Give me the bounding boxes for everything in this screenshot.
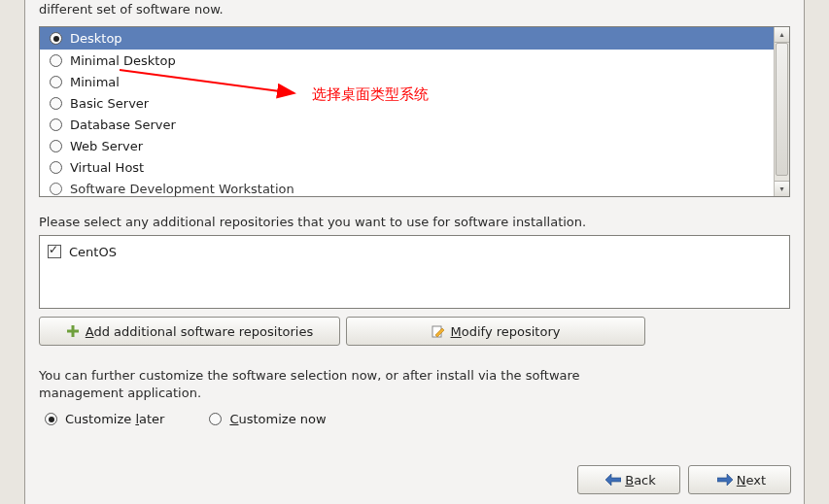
option-label: Desktop <box>70 31 122 46</box>
radio-label: Customize now <box>229 412 326 426</box>
radio-icon <box>50 140 62 152</box>
option-minimal-desktop[interactable]: Minimal Desktop <box>44 50 770 71</box>
option-label: Web Server <box>70 139 143 153</box>
customize-later-radio[interactable]: Customize later <box>39 412 164 426</box>
repo-centos[interactable]: CentOS <box>48 242 781 261</box>
option-label: Virtual Host <box>70 160 144 175</box>
customize-now-radio[interactable]: Customize now <box>203 412 326 426</box>
scroll-thumb[interactable] <box>776 43 788 176</box>
option-label: Software Development Workstation <box>70 182 294 196</box>
radio-icon <box>209 413 222 425</box>
option-web-server[interactable]: Web Server <box>44 135 770 156</box>
scroll-track[interactable] <box>775 43 789 181</box>
radio-icon <box>50 118 62 131</box>
scroll-up-icon[interactable]: ▴ <box>775 27 789 43</box>
checkbox-icon[interactable] <box>48 245 61 258</box>
radio-icon <box>50 97 62 110</box>
radio-icon <box>45 413 57 425</box>
arrow-right-icon <box>717 474 733 486</box>
plus-icon <box>66 324 80 338</box>
option-label: Database Server <box>70 118 176 132</box>
add-repo-button[interactable]: Add additional software repositories <box>39 317 340 346</box>
option-desktop[interactable]: Desktop <box>40 27 774 50</box>
radio-icon <box>50 161 62 174</box>
repo-label: CentOS <box>69 245 117 259</box>
next-button[interactable]: Next <box>688 465 791 494</box>
arrow-left-icon <box>605 474 621 486</box>
option-database-server[interactable]: Database Server <box>44 114 770 135</box>
option-software-dev-workstation[interactable]: Software Development Workstation <box>44 178 770 196</box>
radio-icon <box>50 76 62 88</box>
scroll-down-icon[interactable]: ▾ <box>775 181 789 196</box>
button-label: Back <box>625 473 656 487</box>
radio-icon <box>50 32 62 45</box>
option-virtual-host[interactable]: Virtual Host <box>44 156 770 178</box>
button-label: Modify repository <box>451 324 561 339</box>
scrollbar[interactable]: ▴ ▾ <box>774 27 789 196</box>
option-label: Minimal <box>70 75 120 89</box>
radio-icon <box>50 183 62 195</box>
option-basic-server[interactable]: Basic Server <box>44 92 770 114</box>
modify-repo-button[interactable]: Modify repository <box>346 317 645 346</box>
option-label: Basic Server <box>70 96 149 111</box>
radio-icon <box>50 54 62 67</box>
software-selection-list[interactable]: Desktop Minimal Desktop Minimal Basic Se… <box>39 26 790 197</box>
customize-info: You can further customize the software s… <box>39 367 790 402</box>
button-label: Add additional software repositories <box>86 324 313 339</box>
button-label: Next <box>737 473 766 487</box>
intro-text: different set of software now. <box>39 0 790 26</box>
option-minimal[interactable]: Minimal <box>44 71 770 92</box>
option-label: Minimal Desktop <box>70 53 176 68</box>
repo-list[interactable]: CentOS <box>39 235 790 309</box>
repo-prompt: Please select any additional repositorie… <box>39 215 790 229</box>
back-button[interactable]: Back <box>577 465 680 494</box>
edit-icon <box>432 324 445 338</box>
radio-label: Customize later <box>65 412 164 426</box>
svg-rect-3 <box>67 330 79 333</box>
